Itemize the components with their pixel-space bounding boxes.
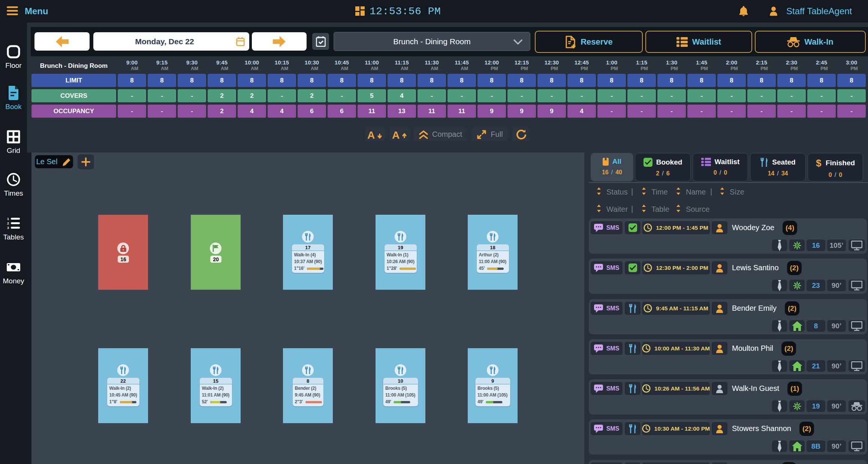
svg-text:3: 3 xyxy=(7,226,9,230)
svg-text:2: 2 xyxy=(7,222,9,225)
svg-text:A: A xyxy=(367,129,375,140)
svg-text:1: 1 xyxy=(7,217,9,221)
svg-text:A: A xyxy=(392,129,400,140)
